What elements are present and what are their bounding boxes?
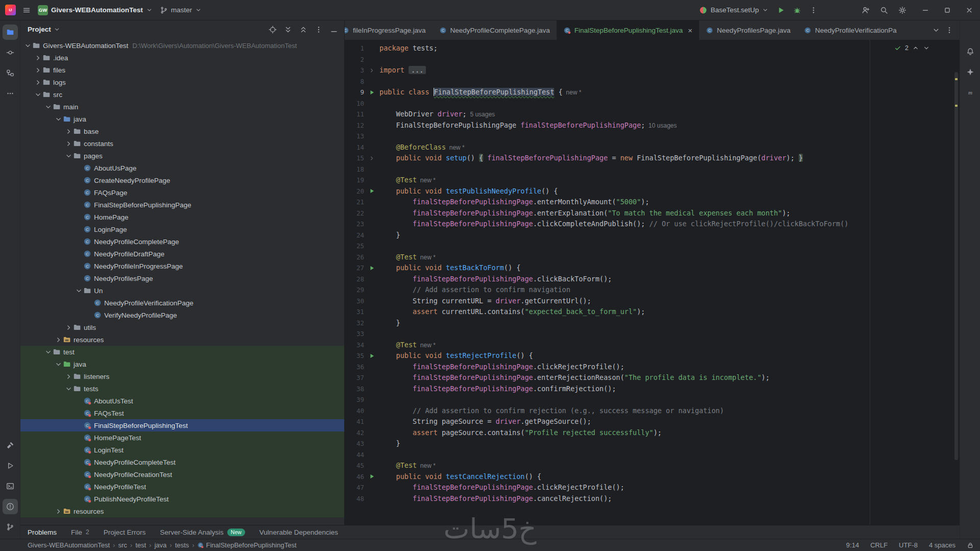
tree-item-resources[interactable]: resources xyxy=(20,333,344,346)
code-editor[interactable]: 1package tests;23import ...89public clas… xyxy=(345,40,960,525)
breadcrumb-item-tests[interactable]: tests xyxy=(175,541,189,549)
fold-icon[interactable] xyxy=(364,65,379,76)
tree-item-pages[interactable]: pages xyxy=(20,150,344,162)
line-number[interactable]: 31 xyxy=(345,306,364,318)
line-number[interactable]: 1 xyxy=(345,43,364,54)
run-button[interactable] xyxy=(773,3,788,18)
tree-item-aboutustest[interactable]: CAboutUsTest xyxy=(20,395,344,407)
line-number[interactable]: 26 xyxy=(345,252,364,263)
line-number[interactable]: 19 xyxy=(345,175,364,186)
chevron-right-icon[interactable] xyxy=(34,79,42,86)
line-number[interactable]: 24 xyxy=(345,230,364,241)
tree-item-base[interactable]: base xyxy=(20,125,344,137)
panel-options-icon[interactable] xyxy=(313,23,325,36)
line-number[interactable]: 11 xyxy=(345,109,364,120)
chevron-down-icon[interactable] xyxy=(44,103,53,111)
line-number[interactable]: 3 xyxy=(345,65,364,76)
tree-item-main[interactable]: main xyxy=(20,101,344,113)
chevron-down-icon[interactable] xyxy=(923,44,930,52)
run-test-icon[interactable] xyxy=(364,186,379,197)
line-number[interactable]: 32 xyxy=(345,318,364,329)
file-encoding-widget[interactable]: UTF-8 xyxy=(899,541,918,549)
tree-item-files[interactable]: files xyxy=(20,64,344,76)
line-number[interactable]: 9 xyxy=(345,87,364,98)
problems-tab-file[interactable]: File2 xyxy=(71,529,89,536)
project-widget[interactable]: GW Givers-WEBAutomationTest xyxy=(34,3,156,18)
line-number[interactable]: 36 xyxy=(345,362,364,373)
hidden-tabs-icon[interactable] xyxy=(932,26,940,34)
line-number[interactable]: 13 xyxy=(345,131,364,142)
tree-item-resources[interactable]: resources xyxy=(20,505,344,517)
chevron-down-icon[interactable] xyxy=(54,361,63,368)
line-number[interactable]: 37 xyxy=(345,372,364,384)
line-number[interactable]: 18 xyxy=(345,164,364,175)
breadcrumb-item-givers-webautomationtest[interactable]: Givers-WEBAutomationTest xyxy=(28,541,110,549)
line-number[interactable]: 20 xyxy=(345,186,364,197)
main-menu-button[interactable] xyxy=(19,3,34,18)
line-number[interactable]: 15 xyxy=(345,153,364,164)
chevron-down-icon[interactable] xyxy=(54,115,63,123)
tree-item-listeners[interactable]: listeners xyxy=(20,370,344,382)
more-run-actions-button[interactable] xyxy=(806,3,821,18)
problems-tab-server-side-analysis[interactable]: Server-Side AnalysisNew xyxy=(160,529,245,536)
tree-item-src[interactable]: src xyxy=(20,88,344,101)
run-test-icon[interactable] xyxy=(364,471,379,483)
line-number[interactable]: 23 xyxy=(345,219,364,230)
line-number[interactable]: 35 xyxy=(345,350,364,362)
editor-scrollbar[interactable] xyxy=(954,42,959,521)
tree-item-finalstepbeforepuplishingtest[interactable]: CFinalStepBeforePuplishingTest xyxy=(20,419,344,432)
run-tool-button[interactable] xyxy=(3,458,18,473)
line-number[interactable]: 10 xyxy=(345,98,364,109)
tree-item-publishneedyprofiletest[interactable]: CPublishNeedyProfileTest xyxy=(20,493,344,505)
line-number[interactable]: 34 xyxy=(345,340,364,351)
tree-item-needyprofileinprogresspage[interactable]: CNeedyProfileInProgressPage xyxy=(20,260,344,272)
tree-item-un[interactable]: Un xyxy=(20,284,344,297)
chevron-down-icon[interactable] xyxy=(23,42,32,50)
tab-finalstepbeforepuplishingtest-java[interactable]: CFinalStepBeforePuplishingTest.java× xyxy=(557,20,699,40)
line-number[interactable]: 47 xyxy=(345,482,364,493)
indent-style-widget[interactable]: 4 spaces xyxy=(929,541,955,549)
chevron-down-icon[interactable] xyxy=(54,26,60,33)
tree-item-test[interactable]: test xyxy=(20,346,344,358)
expand-all-icon[interactable] xyxy=(282,23,294,36)
build-tool-button[interactable] xyxy=(3,438,18,453)
chevron-right-icon[interactable] xyxy=(54,336,63,344)
run-test-icon[interactable] xyxy=(364,87,379,98)
line-number[interactable]: 2 xyxy=(345,54,364,65)
line-number[interactable]: 45 xyxy=(345,460,364,471)
chevron-right-icon[interactable] xyxy=(64,373,73,380)
tree-item-tests[interactable]: tests xyxy=(20,382,344,395)
search-everywhere-button[interactable] xyxy=(876,3,892,18)
tab-needyprofileverificationpa[interactable]: CNeedyProfileVerificationPa xyxy=(797,20,903,40)
tree-item-idea[interactable]: .idea xyxy=(20,52,344,64)
notifications-tool-button[interactable] xyxy=(963,44,978,59)
tree-item-logintest[interactable]: CLoginTest xyxy=(20,444,344,456)
line-number[interactable]: 21 xyxy=(345,197,364,208)
cursor-position-widget[interactable]: 9:14 xyxy=(846,541,859,549)
debug-button[interactable] xyxy=(790,3,805,18)
line-number[interactable]: 43 xyxy=(345,438,364,449)
more-tools-tool-button[interactable] xyxy=(3,86,18,101)
minimize-button[interactable] xyxy=(914,0,936,20)
tree-item-givers-webautomationtest[interactable]: Givers-WEBAutomationTestD:\Work\Givers\A… xyxy=(20,39,344,52)
breadcrumb-item-finalstepbeforepuplishingtest[interactable]: CFinalStepBeforePuplishingTest xyxy=(197,541,296,549)
line-number[interactable]: 22 xyxy=(345,208,364,219)
line-number[interactable]: 33 xyxy=(345,328,364,340)
tree-item-needyprofilecompletetest[interactable]: CNeedyProfileCompleteTest xyxy=(20,456,344,468)
settings-button[interactable] xyxy=(895,3,910,18)
chevron-down-icon[interactable] xyxy=(64,152,73,160)
tab-needyprofilespage-java[interactable]: CNeedyProfilesPage.java xyxy=(699,20,797,40)
run-test-icon[interactable] xyxy=(364,262,379,274)
problems-tab-project-errors[interactable]: Project Errors xyxy=(104,529,146,536)
chevron-right-icon[interactable] xyxy=(64,324,73,331)
hide-panel-icon[interactable] xyxy=(328,23,340,36)
problems-tab-vulnerable-dependencies[interactable]: Vulnerable Dependencies xyxy=(259,529,338,536)
tree-item-faqstest[interactable]: CFAQsTest xyxy=(20,407,344,419)
tree-item-loginpage[interactable]: CLoginPage xyxy=(20,223,344,235)
line-number[interactable]: 40 xyxy=(345,405,364,417)
run-config-selector[interactable]: BaseTest.setUp xyxy=(696,3,772,18)
tree-item-constants[interactable]: constants xyxy=(20,137,344,150)
tree-item-homepage[interactable]: CHomePage xyxy=(20,211,344,223)
run-test-icon[interactable] xyxy=(364,350,379,362)
tab-fileinprogresspage-java[interactable]: CfileInProgressPage.java xyxy=(345,20,433,40)
